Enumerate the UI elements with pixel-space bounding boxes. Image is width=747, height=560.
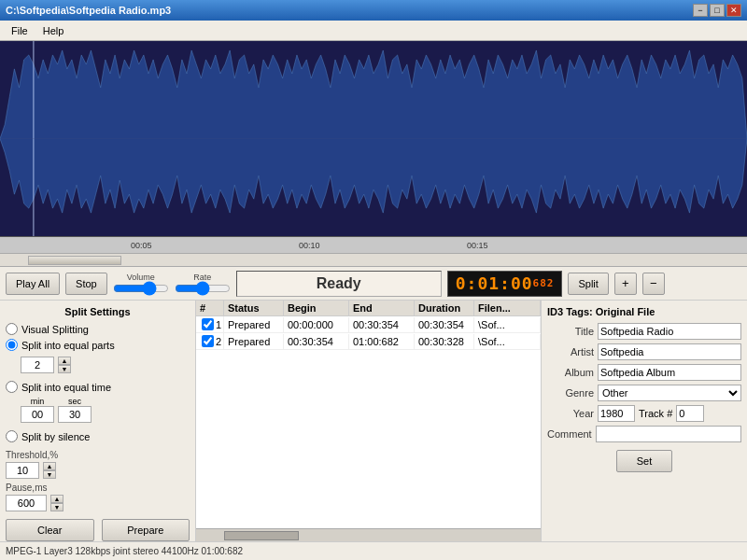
set-button[interactable]: Set — [616, 450, 672, 472]
col-header-status: Status — [224, 301, 284, 315]
id3-artist-label: Artist — [547, 346, 594, 357]
set-button-container: Set — [547, 450, 741, 472]
row1-num: 1 — [216, 319, 221, 330]
row2-check-cell[interactable]: 2 — [196, 333, 224, 349]
id3-track-label: Track # — [639, 408, 672, 419]
scrollbar-thumb[interactable] — [28, 256, 121, 265]
pause-down-button[interactable]: ▼ — [50, 503, 63, 511]
status-bar-text: MPEG-1 Layer3 128kbps joint stereo 44100… — [6, 546, 243, 556]
clear-button[interactable]: Clear — [6, 519, 94, 541]
waveform-scrollbar[interactable] — [0, 254, 747, 267]
row2-num: 2 — [216, 336, 221, 347]
file-list-body[interactable]: 1 Prepared 00:00:000 00:30:354 00:30:354… — [196, 316, 541, 528]
id3-genre-label: Genre — [547, 387, 594, 399]
minimize-button[interactable]: − — [693, 4, 708, 17]
equal-parts-label: Split into equal parts — [21, 340, 115, 351]
row2-begin: 00:30:354 — [284, 334, 349, 349]
bottom-buttons: Clear Prepare — [6, 519, 190, 541]
waveform-svg: // Generate waveform visually via inline… — [0, 41, 747, 236]
col-header-end: End — [349, 301, 415, 315]
menu-file[interactable]: File — [4, 23, 35, 38]
table-row[interactable]: 2 Prepared 00:30:354 01:00:682 00:30:328… — [196, 333, 541, 350]
equal-parts-radio[interactable] — [6, 339, 18, 351]
id3-year-input[interactable] — [598, 405, 635, 422]
threshold-spinner: ▲ ▼ — [43, 462, 56, 479]
status-bar: MPEG-1 Layer3 128kbps joint stereo 44100… — [0, 541, 747, 560]
timeline-marker-2: 00:10 — [299, 241, 320, 250]
table-row[interactable]: 1 Prepared 00:00:000 00:30:354 00:30:354… — [196, 316, 541, 333]
id3-comment-label: Comment — [547, 428, 592, 440]
row1-checkbox[interactable] — [202, 318, 214, 330]
file-list-hscrollbar[interactable] — [196, 528, 541, 541]
row1-file: \Sof... — [474, 317, 541, 332]
play-all-button[interactable]: Play All — [6, 273, 60, 295]
id3-title-label: Title — [547, 326, 594, 337]
id3-section-title: ID3 Tags: Original File — [547, 306, 741, 317]
time-main: 0:01:00 — [456, 273, 533, 293]
pause-input[interactable] — [6, 495, 47, 511]
plus-button[interactable]: + — [614, 273, 637, 295]
threshold-input[interactable] — [6, 462, 39, 479]
silence-option[interactable]: Split by silence — [6, 430, 190, 442]
id3-comment-input[interactable] — [596, 426, 741, 442]
id3-year-label: Year — [547, 408, 594, 419]
row2-checkbox[interactable] — [202, 335, 214, 347]
minus-button[interactable]: − — [642, 273, 665, 295]
id3-genre-select[interactable]: Other Rock Pop Jazz Classical — [598, 385, 741, 401]
threshold-down-button[interactable]: ▼ — [43, 470, 56, 479]
sec-input[interactable] — [58, 406, 92, 423]
id3-track-input[interactable] — [676, 405, 704, 422]
id3-title-row: Title — [547, 323, 741, 340]
status-text: Ready — [317, 275, 361, 292]
volume-control: Volume — [113, 273, 169, 295]
parts-up-button[interactable]: ▲ — [58, 357, 71, 365]
row1-end: 00:30:354 — [349, 317, 415, 332]
threshold-up-button[interactable]: ▲ — [43, 462, 56, 470]
id3-album-row: Album — [547, 364, 741, 381]
visual-splitting-radio[interactable] — [6, 323, 18, 335]
row2-file: \Sof... — [474, 334, 541, 349]
split-button[interactable]: Split — [568, 273, 608, 295]
volume-slider[interactable] — [113, 282, 169, 295]
pause-up-button[interactable]: ▲ — [50, 495, 63, 503]
id3-artist-input[interactable] — [598, 343, 741, 360]
equal-parts-option[interactable]: Split into equal parts — [6, 339, 190, 351]
id3-album-input[interactable] — [598, 364, 741, 381]
min-input[interactable] — [21, 406, 54, 423]
silence-label: Split by silence — [21, 431, 90, 442]
id3-genre-row: Genre Other Rock Pop Jazz Classical — [547, 385, 741, 401]
equal-time-radio[interactable] — [6, 381, 18, 393]
equal-time-option[interactable]: Split into equal time — [6, 381, 190, 393]
visual-splitting-option[interactable]: Visual Splitting — [6, 323, 190, 335]
pause-label: Pause,ms — [6, 483, 190, 493]
rate-slider[interactable] — [175, 282, 231, 295]
visual-splitting-label: Visual Splitting — [21, 324, 89, 335]
pause-spinner: ▲ ▼ — [50, 495, 63, 511]
menu-bar: File Help — [0, 21, 747, 41]
file-list-hscroll-thumb[interactable] — [224, 531, 299, 540]
row1-check-cell[interactable]: 1 — [196, 316, 224, 332]
parts-down-button[interactable]: ▼ — [58, 365, 71, 373]
title-bar-buttons: − □ ✕ — [693, 4, 741, 17]
close-button[interactable]: ✕ — [726, 4, 741, 17]
prepare-button[interactable]: Prepare — [102, 519, 190, 541]
col-header-file: Filen... — [474, 301, 541, 315]
menu-help[interactable]: Help — [35, 23, 72, 38]
id3-album-label: Album — [547, 367, 594, 378]
col-header-check: # — [196, 301, 224, 315]
window-title: C:\Softpedia\Softpedia Radio.mp3 — [6, 5, 171, 16]
row1-status: Prepared — [224, 317, 284, 332]
pause-row: ▲ ▼ — [6, 495, 190, 511]
threshold-row: ▲ ▼ — [6, 462, 190, 479]
controls-row: Play All Stop Volume Rate Ready 0:01:00 … — [0, 267, 747, 301]
id3-tags-panel: ID3 Tags: Original File Title Artist Alb… — [542, 301, 747, 541]
id3-title-input[interactable] — [598, 323, 741, 340]
maximize-button[interactable]: □ — [710, 4, 725, 17]
status-display: Ready — [236, 271, 442, 297]
silence-radio[interactable] — [6, 430, 18, 442]
waveform-display[interactable]: // Generate waveform visually via inline… — [0, 41, 747, 237]
stop-button[interactable]: Stop — [65, 273, 107, 295]
parts-value-input[interactable] — [21, 357, 54, 373]
col-header-duration: Duration — [415, 301, 474, 315]
row2-status: Prepared — [224, 334, 284, 349]
